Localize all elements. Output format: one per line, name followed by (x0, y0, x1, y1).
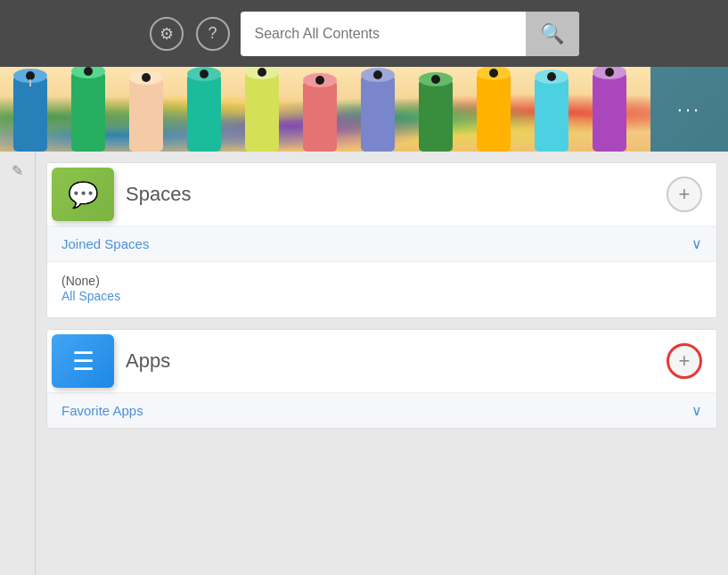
apps-icon-box: ☰ (47, 330, 119, 392)
svg-point-30 (547, 72, 556, 81)
svg-rect-25 (477, 73, 511, 152)
svg-rect-19 (361, 75, 395, 152)
add-app-button[interactable]: + (667, 343, 702, 379)
spaces-section: 💬 Spaces + Joined Spaces ∨ (None) All Sp… (46, 162, 717, 318)
spaces-icon-box: 💬 (47, 163, 119, 226)
pencil-decoration (0, 67, 650, 152)
add-space-button[interactable]: + (667, 177, 702, 212)
all-spaces-link[interactable]: All Spaces (61, 289, 702, 303)
svg-rect-13 (245, 72, 279, 152)
spaces-title: Spaces (119, 183, 667, 206)
svg-point-21 (373, 70, 382, 79)
svg-rect-16 (303, 80, 337, 152)
spaces-icon-symbol: 💬 (68, 180, 99, 209)
joined-spaces-row[interactable]: Joined Spaces ∨ (47, 226, 716, 261)
svg-point-27 (489, 69, 498, 78)
main-layout: ✎ 💬 Spaces + Joined Spaces ∨ (0, 152, 728, 575)
svg-rect-28 (535, 77, 568, 152)
svg-point-15 (258, 68, 266, 77)
svg-point-18 (315, 76, 324, 85)
hero-image (0, 67, 650, 152)
search-icon: 🔍 (540, 22, 564, 45)
apps-icon-symbol: ☰ (72, 347, 94, 376)
joined-spaces-label: Joined Spaces (61, 236, 691, 251)
svg-point-24 (431, 75, 440, 84)
gear-icon[interactable]: ⚙ (150, 17, 184, 51)
sidebar-left: ✎ (0, 152, 36, 575)
svg-rect-31 (593, 72, 626, 152)
svg-rect-7 (129, 78, 163, 152)
svg-rect-22 (419, 79, 453, 152)
svg-point-33 (605, 68, 614, 77)
favorite-apps-row[interactable]: Favorite Apps ∨ (47, 392, 716, 428)
svg-rect-10 (187, 74, 221, 152)
hero-more-options[interactable]: ··· (650, 67, 728, 152)
search-button[interactable]: 🔍 (526, 12, 579, 56)
search-bar: 🔍 (241, 12, 579, 56)
hero-banner: ··· (0, 67, 728, 152)
none-label: (None) (61, 274, 100, 288)
top-bar: ⚙ ? 🔍 (0, 0, 728, 67)
svg-point-12 (200, 70, 209, 78)
edit-icon[interactable]: ✎ (12, 162, 23, 179)
apps-section: ☰ Apps + Favorite Apps ∨ (46, 329, 717, 429)
apps-header: ☰ Apps + (47, 330, 716, 392)
svg-point-2 (26, 71, 35, 80)
apps-icon: ☰ (52, 334, 114, 388)
spaces-header: 💬 Spaces + (47, 163, 716, 226)
favorite-apps-label: Favorite Apps (61, 403, 691, 418)
spaces-icon: 💬 (52, 168, 114, 221)
help-icon[interactable]: ? (196, 17, 230, 51)
spaces-items: (None) All Spaces (47, 261, 716, 317)
svg-rect-0 (13, 76, 47, 152)
svg-point-9 (142, 73, 151, 82)
top-bar-icons: ⚙ ? (150, 17, 230, 51)
search-input[interactable] (241, 26, 526, 42)
favorite-apps-chevron: ∨ (691, 402, 702, 419)
apps-title: Apps (119, 349, 667, 373)
svg-point-6 (84, 67, 93, 76)
svg-rect-4 (71, 71, 105, 152)
main-content: 💬 Spaces + Joined Spaces ∨ (None) All Sp… (36, 152, 728, 575)
joined-spaces-chevron: ∨ (691, 235, 702, 252)
